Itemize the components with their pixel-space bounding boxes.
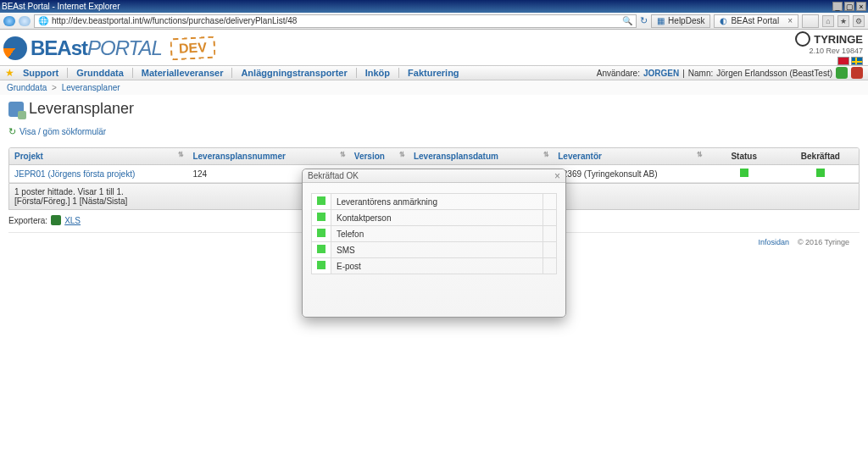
copyright: © 2016 Tyringe — [798, 238, 849, 246]
xls-icon[interactable] — [51, 215, 61, 225]
refresh-icon[interactable]: ↻ — [640, 15, 648, 26]
window-minimize-button[interactable]: _ — [832, 2, 843, 11]
favorites-icon[interactable]: ★ — [837, 15, 849, 27]
col-leverantor[interactable]: Leverantör⇅ — [553, 148, 705, 165]
modal-row: Leverantörens anmärkning — [312, 194, 557, 210]
address-bar[interactable]: 🌐 http://dev.beastportal.int/w/functions… — [34, 14, 637, 28]
tab-favicon-beast-icon: ◐ — [720, 16, 727, 25]
menu-fakturering[interactable]: Fakturering — [408, 68, 459, 78]
cell-projekt[interactable]: JEPR01 (Jörgens första projekt) — [14, 169, 135, 179]
tab-close-icon[interactable]: × — [787, 16, 793, 25]
browser-tab-helpdesk[interactable]: ▦ HelpDesk — [651, 14, 710, 28]
logout-icon[interactable] — [851, 67, 863, 79]
status-indicator-icon — [740, 169, 748, 177]
user-value: JORGEN — [643, 69, 679, 78]
modal-bekraftad: Bekräftad OK × Leverantörens anmärkning … — [302, 169, 566, 318]
browser-tab-beast[interactable]: ◐ BEAst Portal × — [714, 14, 798, 28]
modal-row-label: Leverantörens anmärkning — [331, 194, 543, 210]
home-icon[interactable]: ⌂ — [822, 15, 834, 27]
logo-swirl-icon — [3, 36, 27, 60]
header: BEAstPORTAL DEV TYRINGE 2.10 Rev 19847 — [0, 30, 868, 65]
search-mag-icon[interactable]: 🔍 — [622, 16, 632, 25]
forward-button-icon[interactable] — [19, 16, 31, 26]
tools-icon[interactable]: ⚙ — [853, 15, 865, 27]
new-tab-button[interactable] — [802, 14, 819, 28]
export-label: Exportera: — [8, 216, 47, 225]
back-button-icon[interactable] — [3, 16, 15, 26]
tyringe-brand: TYRINGE 2.10 Rev 19847 — [795, 31, 863, 65]
window-maximize-button[interactable]: ▢ — [844, 2, 854, 11]
modal-title: Bekräftad OK — [308, 171, 359, 180]
page-title: Leveransplaner — [8, 100, 860, 118]
col-status[interactable]: Status — [706, 148, 782, 165]
modal-row: SMS — [312, 242, 557, 258]
user-label: Användare: — [597, 69, 640, 78]
modal-row-label: Telefon — [331, 226, 543, 242]
bekraftad-indicator-icon[interactable] — [816, 169, 825, 177]
crumb-leveransplaner[interactable]: Leveransplaner — [62, 83, 120, 92]
breadcrumb: Grunddata > Leveransplaner — [0, 80, 868, 95]
infosidan-link[interactable]: Infosidan — [758, 238, 789, 246]
name-value: Jörgen Erlandsson (BeastTest) — [716, 69, 832, 78]
row-status-icon — [317, 229, 326, 237]
tab-label: BEAst Portal — [731, 16, 779, 25]
main-menu: ★ Support Grunddata Materialleveranser A… — [0, 65, 868, 80]
row-status-icon — [317, 196, 326, 205]
row-status-icon — [317, 213, 326, 221]
crumb-sep: > — [52, 83, 57, 92]
col-lpnr[interactable]: Leveransplansnummer⇅ — [187, 148, 348, 165]
crumb-grunddata[interactable]: Grunddata — [7, 83, 47, 92]
name-label: Namn: — [688, 69, 713, 78]
tyringe-name: TYRINGE — [795, 31, 863, 47]
page-title-icon — [8, 102, 24, 117]
modal-row-label: Kontaktperson — [331, 210, 543, 226]
pager-firstprev[interactable]: [Första/Föreg.] — [14, 196, 70, 206]
tab-favicon-helpdesk-icon: ▦ — [657, 16, 665, 25]
status-green-icon[interactable] — [836, 67, 848, 79]
beast-logo: BEAstPORTAL DEV — [3, 36, 215, 60]
modal-titlebar[interactable]: Bekräftad OK × — [303, 169, 565, 183]
menu-inkop[interactable]: Inköp — [365, 68, 390, 78]
modal-row-label: E-post — [331, 258, 543, 274]
dev-badge: DEV — [170, 36, 215, 61]
window-title: BEAst Portal - Internet Explorer — [2, 2, 120, 11]
menu-materialleveranser[interactable]: Materialleveranser — [142, 68, 224, 78]
col-version[interactable]: Version⇅ — [349, 148, 409, 165]
window-titlebar: BEAst Portal - Internet Explorer _ ▢ × — [0, 0, 868, 13]
col-bekraftad[interactable]: Bekräftad — [782, 148, 859, 165]
modal-row: Telefon — [312, 226, 557, 242]
cell-leverantor: 12369 (Tyringekonsult AB) — [553, 165, 705, 183]
menu-star-icon[interactable]: ★ — [5, 67, 14, 79]
modal-row-label: SMS — [331, 242, 543, 258]
pager-page: 1 — [72, 196, 77, 206]
flag-se-icon[interactable] — [851, 57, 863, 65]
menu-anlaggning[interactable]: Anläggningstransporter — [241, 68, 347, 78]
toggle-search-link[interactable]: Visa / göm sökformulär — [8, 126, 860, 137]
modal-row: Kontaktperson — [312, 210, 557, 226]
version-label: 2.10 Rev 19847 — [795, 47, 863, 55]
flag-uk-icon[interactable] — [837, 57, 849, 65]
export-xls-link[interactable]: XLS — [64, 216, 81, 225]
window-buttons: _ ▢ × — [832, 2, 866, 11]
globe-icon: 🌐 — [38, 16, 48, 25]
col-projekt[interactable]: Projekt⇅ — [9, 148, 187, 165]
browser-toolbar: 🌐 http://dev.beastportal.int/w/functions… — [0, 13, 868, 30]
tab-label: HelpDesk — [668, 16, 704, 25]
row-status-icon — [317, 261, 326, 269]
menu-support[interactable]: Support — [23, 68, 58, 78]
modal-table: Leverantörens anmärkning Kontaktperson T… — [311, 193, 557, 274]
modal-close-icon[interactable]: × — [554, 170, 560, 182]
window-close-button[interactable]: × — [856, 2, 866, 11]
url-text: http://dev.beastportal.int/w/functions/p… — [52, 16, 622, 25]
logo-text: BEAstPORTAL — [31, 36, 162, 60]
col-lpdatum[interactable]: Leveransplansdatum⇅ — [409, 148, 553, 165]
pager-nextlast[interactable]: [Nästa/Sista] — [80, 196, 128, 206]
menu-grunddata[interactable]: Grunddata — [76, 68, 124, 78]
modal-row: E-post — [312, 258, 557, 274]
row-status-icon — [317, 245, 326, 253]
